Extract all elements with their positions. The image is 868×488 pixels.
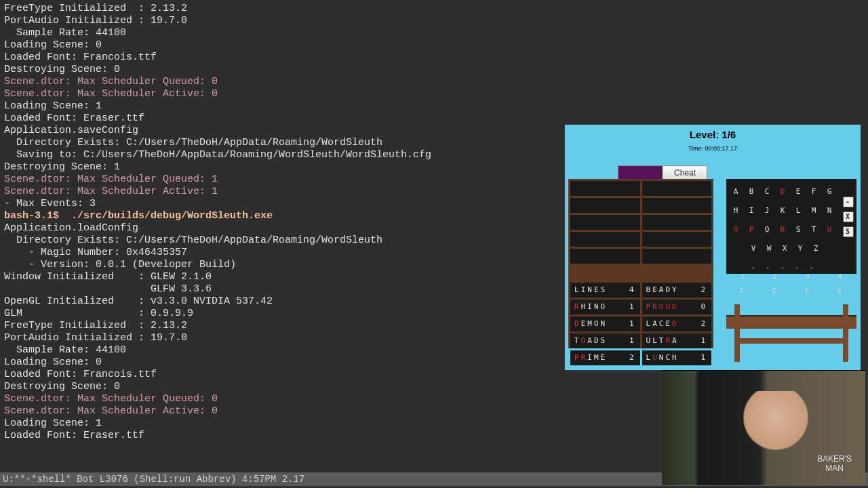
guess-cell-empty bbox=[570, 232, 640, 247]
alpha-letter[interactable]: D bbox=[780, 186, 787, 198]
guess-cell-empty bbox=[570, 249, 640, 264]
guess-cell: TOADS1 bbox=[570, 333, 640, 348]
terminal-line: Loaded Font: Francois.ttf bbox=[4, 52, 868, 64]
alpha-letter[interactable]: H bbox=[733, 205, 740, 217]
terminal-line: FreeType Initialized : 2.13.2 bbox=[4, 3, 868, 15]
side-button-x[interactable]: X bbox=[843, 211, 854, 222]
alpha-letter[interactable]: J bbox=[764, 205, 771, 217]
guess-cell-empty bbox=[642, 181, 712, 196]
terminal-line: Loading Scene: 0 bbox=[4, 39, 868, 52]
alpha-letter[interactable]: G bbox=[827, 186, 833, 198]
alpha-letter[interactable]: Y bbox=[797, 243, 804, 255]
guess-cell: PROUD0 bbox=[642, 300, 712, 314]
guess-cell: DEMON1 bbox=[570, 317, 640, 331]
alpha-letter[interactable]: S bbox=[795, 224, 802, 236]
terminal-line: Scene.dtor: Max Scheduler Queued: 0 bbox=[4, 76, 868, 88]
terminal-line: Loading Scene: 1 bbox=[4, 100, 868, 113]
guess-cell-empty bbox=[570, 181, 640, 196]
alpha-letter[interactable]: R bbox=[780, 224, 787, 236]
alpha-letter[interactable]: F bbox=[811, 186, 818, 198]
guess-cell-empty bbox=[642, 215, 712, 230]
alpha-letter[interactable]: E bbox=[795, 186, 802, 198]
timer-label: Time: 00:00:17.17 bbox=[565, 142, 861, 155]
side-button-s[interactable]: S bbox=[843, 226, 854, 237]
alpha-letter[interactable]: A bbox=[733, 186, 740, 198]
game-window: Level: 1/6 Time: 00:00:17.17 Cheat LINES… bbox=[565, 125, 861, 370]
terminal-line: Scene.dtor: Max Scheduler Active: 0 bbox=[4, 88, 868, 100]
alpha-letter[interactable]: P bbox=[749, 224, 755, 236]
alpha-letter[interactable]: W bbox=[766, 243, 773, 255]
guess-board: LINES4BEADY2RHINO1PROUD0DEMON1LACED2TOAD… bbox=[568, 179, 713, 348]
guess-cell: LINES4 bbox=[570, 283, 640, 298]
desk-graphic: 1234 CCCC bbox=[726, 291, 856, 359]
alpha-letter[interactable]: O bbox=[733, 224, 740, 236]
terminal-line: PortAudio Initialized : 19.7.0 bbox=[4, 15, 868, 27]
alphabet-board: ABCDEFGHIJKLMNOPQRSTUVWXYZ ----- -XS bbox=[726, 179, 856, 274]
guess-cell-empty bbox=[642, 232, 712, 247]
side-button--[interactable]: - bbox=[843, 197, 854, 207]
guess-cell: ULTRA1 bbox=[642, 333, 712, 348]
alpha-letter[interactable]: Z bbox=[813, 243, 820, 255]
level-label: Level: 1/6 bbox=[565, 129, 861, 141]
guess-cell-empty bbox=[642, 198, 712, 213]
alpha-letter[interactable]: C bbox=[764, 186, 771, 198]
alpha-letter[interactable]: M bbox=[811, 205, 818, 217]
guess-cell: BEADY2 bbox=[642, 283, 712, 298]
cheat-button[interactable]: Cheat bbox=[663, 165, 707, 180]
alpha-letter[interactable]: L bbox=[795, 205, 802, 217]
alpha-letter[interactable]: T bbox=[811, 224, 818, 236]
terminal-line: Sample Rate: 44100 bbox=[4, 27, 868, 39]
alpha-letter[interactable]: Q bbox=[764, 224, 771, 236]
alpha-letter[interactable]: X bbox=[782, 243, 789, 255]
alpha-letter[interactable]: N bbox=[827, 205, 833, 217]
guess-cell: LUNCH1 bbox=[642, 350, 712, 365]
guess-cell: LACED2 bbox=[642, 317, 712, 331]
alpha-letter[interactable]: U bbox=[827, 224, 833, 236]
tab-blank[interactable] bbox=[618, 165, 663, 180]
alpha-letter[interactable]: K bbox=[780, 205, 787, 217]
guess-cell-empty bbox=[642, 249, 712, 264]
alpha-letter[interactable]: B bbox=[749, 186, 755, 198]
guess-cell-empty bbox=[570, 215, 640, 230]
guess-cell: RHINO1 bbox=[570, 300, 640, 314]
alpha-letter[interactable]: V bbox=[751, 243, 757, 255]
shirt-text: BAKER'S MAN bbox=[817, 454, 852, 473]
terminal-line: Destroying Scene: 0 bbox=[4, 64, 868, 76]
terminal-line: Loaded Font: Eraser.ttf bbox=[4, 113, 868, 125]
guess-cell: PRIME2 bbox=[570, 350, 640, 365]
webcam-overlay: BAKER'S MAN bbox=[662, 370, 865, 485]
alpha-letter[interactable]: I bbox=[749, 205, 755, 217]
guess-cell-empty bbox=[570, 198, 640, 213]
